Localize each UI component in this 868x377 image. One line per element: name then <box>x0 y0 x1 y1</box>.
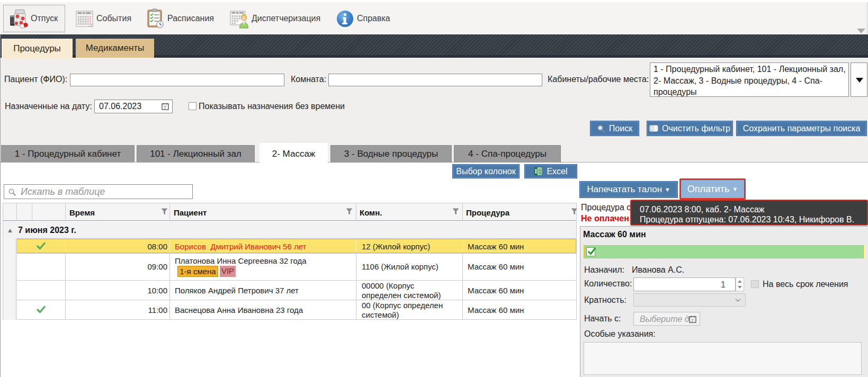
svg-text:7: 7 <box>691 318 694 323</box>
